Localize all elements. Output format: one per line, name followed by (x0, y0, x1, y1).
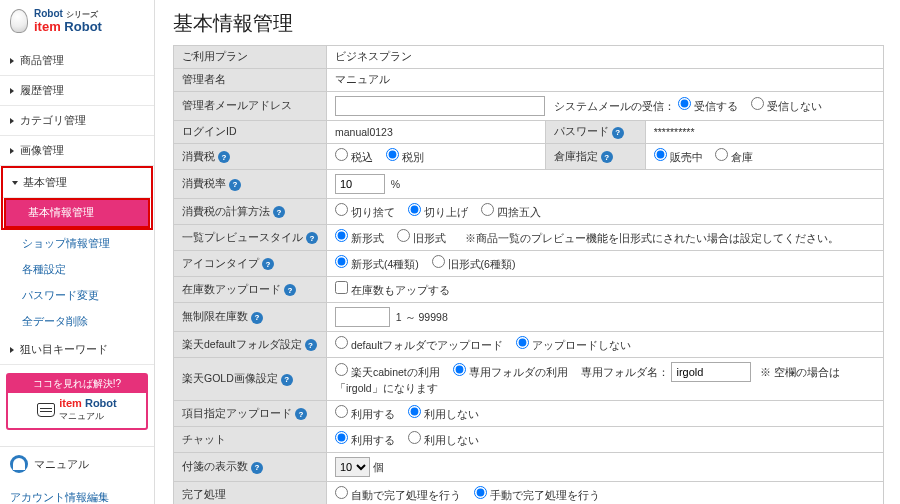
caret-right-icon (10, 88, 14, 94)
pv-old-radio (397, 229, 410, 242)
caret-right-icon (10, 58, 14, 64)
tax-inc-radio (335, 148, 348, 161)
help-icon[interactable]: ? (306, 232, 318, 244)
robot-icon (10, 9, 28, 33)
nav-history[interactable]: 履歴管理 (0, 76, 154, 106)
help-icon[interactable]: ? (281, 374, 293, 386)
caret-right-icon (10, 347, 14, 353)
rg-folder-radio (453, 363, 466, 376)
tc-ceil-radio (408, 203, 421, 216)
caret-down-icon (12, 181, 18, 185)
help-icon[interactable]: ? (218, 151, 230, 163)
link-account[interactable]: アカウント情報編集 (0, 485, 154, 504)
cp-auto-radio (335, 486, 348, 499)
rg-cabinet-radio (335, 363, 348, 376)
sidebar: Robot シリーズ item Robot 商品管理 履歴管理 カテゴリ管理 画… (0, 0, 155, 504)
nav-basic[interactable]: 基本管理 (3, 168, 151, 198)
user-display: マニュアル (0, 446, 154, 481)
help-icon[interactable]: ? (601, 151, 613, 163)
tc-floor-radio (335, 203, 348, 216)
nav-password[interactable]: パスワード変更 (0, 283, 154, 309)
nav-basic-info[interactable]: 基本情報管理 (4, 198, 150, 228)
caret-right-icon (10, 148, 14, 154)
ch-nouse-radio (408, 431, 421, 444)
gold-folder-input[interactable] (671, 362, 751, 382)
book-icon (37, 403, 55, 417)
notes-count-select[interactable]: 10 (335, 457, 370, 477)
nav-products[interactable]: 商品管理 (0, 46, 154, 76)
mail-noreceive-radio (751, 97, 764, 110)
nav-settings[interactable]: 各種設定 (0, 257, 154, 283)
user-name: マニュアル (34, 457, 89, 472)
caret-right-icon (10, 118, 14, 124)
stock-upload-checkbox (335, 281, 348, 294)
pv-new-radio (335, 229, 348, 242)
help-icon[interactable]: ? (251, 462, 263, 474)
nav-shop-info[interactable]: ショップ情報管理 (0, 231, 154, 257)
help-icon[interactable]: ? (262, 258, 274, 270)
help-icon[interactable]: ? (305, 339, 317, 351)
help-icon[interactable]: ? (251, 312, 263, 324)
page-title: 基本情報管理 (173, 10, 884, 37)
tax-exc-radio (386, 148, 399, 161)
ic-old-radio (432, 255, 445, 268)
logo: Robot シリーズ item Robot (0, 0, 154, 46)
help-icon[interactable]: ? (612, 127, 624, 139)
cp-manual-radio (474, 486, 487, 499)
ch-use-radio (335, 431, 348, 444)
unlimited-stock-input[interactable] (335, 307, 390, 327)
nav-delete-all[interactable]: 全データ削除 (0, 309, 154, 335)
iu-use-radio (335, 405, 348, 418)
wh-selling-radio (654, 148, 667, 161)
main-content: 基本情報管理 ご利用プランビジネスプラン 管理者名マニュアル 管理者メールアドレ… (155, 0, 900, 504)
help-icon[interactable]: ? (229, 179, 241, 191)
mail-receive-radio (678, 97, 691, 110)
nav-keyword[interactable]: 狙い目キーワード (0, 335, 154, 365)
rd-none-radio (516, 336, 529, 349)
admin-email-input[interactable] (335, 96, 545, 116)
avatar-icon (10, 455, 28, 473)
help-icon[interactable]: ? (295, 408, 307, 420)
help-icon[interactable]: ? (284, 284, 296, 296)
help-icon[interactable]: ? (273, 206, 285, 218)
nav-category[interactable]: カテゴリ管理 (0, 106, 154, 136)
ic-new-radio (335, 255, 348, 268)
nav-image[interactable]: 画像管理 (0, 136, 154, 166)
manual-banner[interactable]: ココを見れば解決!? item Robotマニュアル (6, 373, 148, 430)
tc-round-radio (481, 203, 494, 216)
rd-default-radio (335, 336, 348, 349)
iu-nouse-radio (408, 405, 421, 418)
tax-rate-input[interactable] (335, 174, 385, 194)
settings-table: ご利用プランビジネスプラン 管理者名マニュアル 管理者メールアドレス システムメ… (173, 45, 884, 504)
wh-stock-radio (715, 148, 728, 161)
